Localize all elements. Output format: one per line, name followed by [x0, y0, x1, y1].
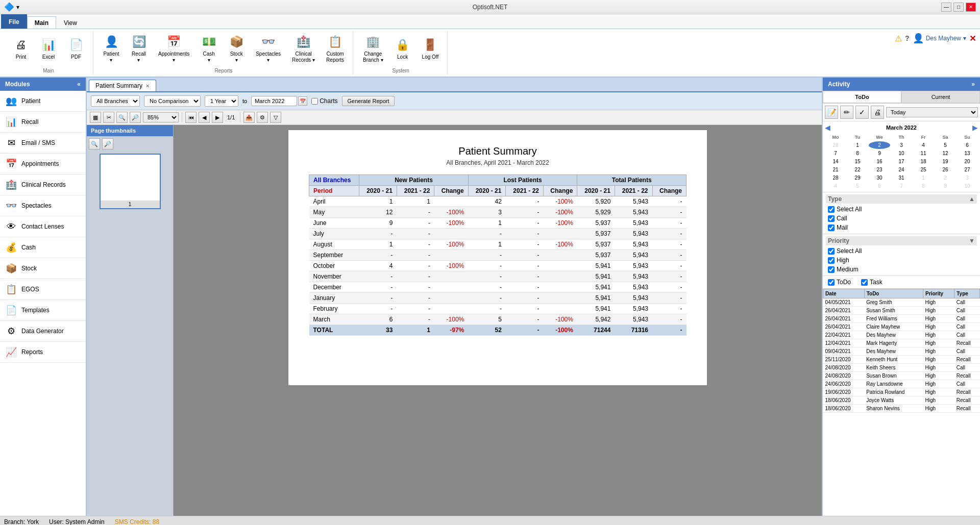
calendar-picker-button[interactable]: 📅	[298, 96, 307, 106]
type-mail[interactable]: Mail	[826, 223, 977, 232]
sidebar-item-egos[interactable]: 📋 EGOS	[0, 279, 86, 300]
task-filter-checkbox[interactable]: Task	[859, 278, 885, 286]
viewer-collapse-button[interactable]: ▽	[270, 112, 281, 123]
cal-day[interactable]: 6	[869, 182, 890, 190]
viewer-zoom-button[interactable]: 🔎	[130, 112, 141, 123]
priority-medium[interactable]: Medium	[826, 265, 977, 273]
viewer-prev-page-button[interactable]: ◀	[199, 112, 210, 123]
todo-scroll[interactable]: Date ToDo Priority Type 04/05/2021 Greg …	[823, 289, 980, 413]
tab-close-icon[interactable]: ✕	[145, 83, 150, 89]
cal-day[interactable]: 14	[825, 158, 846, 165]
cal-day[interactable]: 25	[913, 166, 934, 173]
list-item[interactable]: 22/04/2021 Des Mayhew High Call	[823, 331, 980, 339]
viewer-scissors-button[interactable]: ✂	[103, 112, 114, 123]
period-select[interactable]: 1 Year	[205, 95, 238, 107]
report-content[interactable]: Patient Summary All Branches, April 2021…	[174, 125, 822, 516]
cal-next-button[interactable]: ▶	[972, 123, 978, 132]
cal-day[interactable]: 18	[913, 158, 934, 165]
sidebar-item-contact-lenses[interactable]: 👁 Contact Lenses	[0, 216, 86, 237]
warning-icon[interactable]: ⚠	[895, 34, 902, 43]
change-branch-button[interactable]: 🏢 ChangeBranch ▾	[358, 31, 387, 66]
print-button[interactable]: 🖨 Print	[8, 34, 34, 63]
cal-day[interactable]: 11	[913, 149, 934, 157]
thumbnail-page-1[interactable]: Patient Summary All Branches, April 2021…	[100, 154, 161, 209]
stock-report-button[interactable]: 📦 Stock▾	[224, 31, 249, 66]
activity-complete-button[interactable]: ✓	[855, 106, 869, 119]
today-select[interactable]: Today This Week All	[886, 107, 978, 117]
cal-day[interactable]: 16	[869, 158, 890, 165]
cal-day[interactable]: 10	[957, 182, 978, 190]
cal-day[interactable]: 9	[869, 149, 890, 157]
cal-day[interactable]: 2	[935, 174, 956, 182]
type-select-all[interactable]: Select All	[826, 205, 977, 213]
activity-expand-icon[interactable]: »	[971, 81, 975, 88]
cal-day[interactable]: 26	[935, 166, 956, 173]
sidebar-item-appointments[interactable]: 📅 Appointments	[0, 154, 86, 174]
sidebar-collapse-icon[interactable]: «	[77, 81, 81, 88]
quick-access[interactable]: ▾	[16, 4, 19, 11]
generate-report-button[interactable]: Generate Report	[342, 96, 395, 106]
help-icon[interactable]: ?	[905, 34, 910, 42]
list-item[interactable]: 04/05/2021 Greg Smith High Call	[823, 298, 980, 307]
cal-day[interactable]: 20	[957, 158, 978, 165]
sidebar-item-email-sms[interactable]: ✉ Email / SMS	[0, 133, 86, 154]
type-call[interactable]: Call	[826, 214, 977, 222]
cal-day[interactable]: 24	[891, 166, 912, 173]
excel-button[interactable]: 📊 Excel	[36, 34, 61, 63]
clinical-records-report-button[interactable]: 🏥 ClinicalRecords ▾	[287, 31, 320, 66]
thumbnail-zoom-out[interactable]: 🔎	[102, 138, 113, 149]
tab-main[interactable]: Main	[27, 16, 56, 29]
sidebar-item-cash[interactable]: 💰 Cash	[0, 237, 86, 258]
type-call-checkbox[interactable]	[828, 215, 835, 222]
branches-select[interactable]: All Branches	[91, 95, 140, 107]
cal-day[interactable]: 5	[935, 141, 956, 149]
sidebar-item-stock[interactable]: 📦 Stock	[0, 258, 86, 279]
list-item[interactable]: 19/06/2020 Patricia Rowland High Recall	[823, 388, 980, 396]
activity-print-button[interactable]: 🖨	[871, 106, 884, 119]
task-checkbox[interactable]	[861, 279, 868, 286]
viewer-export-button[interactable]: 📤	[243, 112, 255, 123]
custom-reports-button[interactable]: 📋 CustomReports	[322, 31, 349, 66]
priority-high[interactable]: High	[826, 256, 977, 264]
cal-day[interactable]: 22	[847, 166, 868, 173]
charts-checkbox[interactable]	[311, 98, 318, 105]
cal-day[interactable]: 4	[913, 141, 934, 149]
user-menu[interactable]: 👤 Des Mayhew ▾	[913, 33, 966, 44]
list-item[interactable]: 12/04/2021 Mark Hagerty High Recall	[823, 339, 980, 347]
viewer-search-button[interactable]: 🔍	[116, 112, 128, 123]
cal-day[interactable]: 4	[825, 182, 846, 190]
cal-day[interactable]: 30	[869, 174, 890, 182]
list-item[interactable]: 26/04/2021 Fred Williams High Call	[823, 315, 980, 323]
tab-todo[interactable]: ToDo	[823, 91, 901, 103]
cal-day[interactable]: 8	[913, 182, 934, 190]
cal-day[interactable]: 17	[891, 158, 912, 165]
list-item[interactable]: 26/04/2021 Claire Mayhew High Call	[823, 323, 980, 331]
cal-day[interactable]: 23	[869, 166, 890, 173]
cal-day[interactable]: 3	[891, 141, 912, 149]
cal-day[interactable]: 13	[957, 149, 978, 157]
sidebar-item-patient[interactable]: 👥 Patient	[0, 91, 86, 112]
list-item[interactable]: 24/06/2020 Ray Lansdowne High Call	[823, 380, 980, 388]
sidebar-item-templates[interactable]: 📄 Templates	[0, 300, 86, 321]
list-item[interactable]: 25/11/2020 Kenneth Hunt High Recall	[823, 356, 980, 364]
cal-prev-button[interactable]: ◀	[825, 123, 830, 132]
cal-day[interactable]: 6	[957, 141, 978, 149]
sidebar-item-clinical-records[interactable]: 🏥 Clinical Records	[0, 174, 86, 195]
sidebar-item-spectacles[interactable]: 👓 Spectacles	[0, 195, 86, 216]
viewer-next-page-button[interactable]: ▶	[212, 112, 223, 123]
priority-select-all-checkbox[interactable]	[828, 248, 835, 255]
col-type[interactable]: Type	[954, 289, 980, 298]
patient-report-button[interactable]: 👤 Patient▾	[99, 31, 124, 66]
sidebar-item-recall[interactable]: 📊 Recall	[0, 112, 86, 133]
type-select-all-checkbox[interactable]	[828, 206, 835, 213]
cal-day[interactable]: 8	[847, 149, 868, 157]
priority-scroll-arrow[interactable]: ▼	[969, 237, 975, 244]
cal-day[interactable]: 15	[847, 158, 868, 165]
tab-view[interactable]: View	[56, 16, 85, 29]
cal-day[interactable]: 5	[847, 182, 868, 190]
todo-checkbox[interactable]	[828, 279, 835, 286]
thumbnail-zoom-in[interactable]: 🔍	[89, 138, 100, 149]
cal-day[interactable]: 21	[825, 166, 846, 173]
tab-patient-summary[interactable]: Patient Summary ✕	[89, 80, 156, 91]
cal-day[interactable]: 28	[825, 174, 846, 182]
